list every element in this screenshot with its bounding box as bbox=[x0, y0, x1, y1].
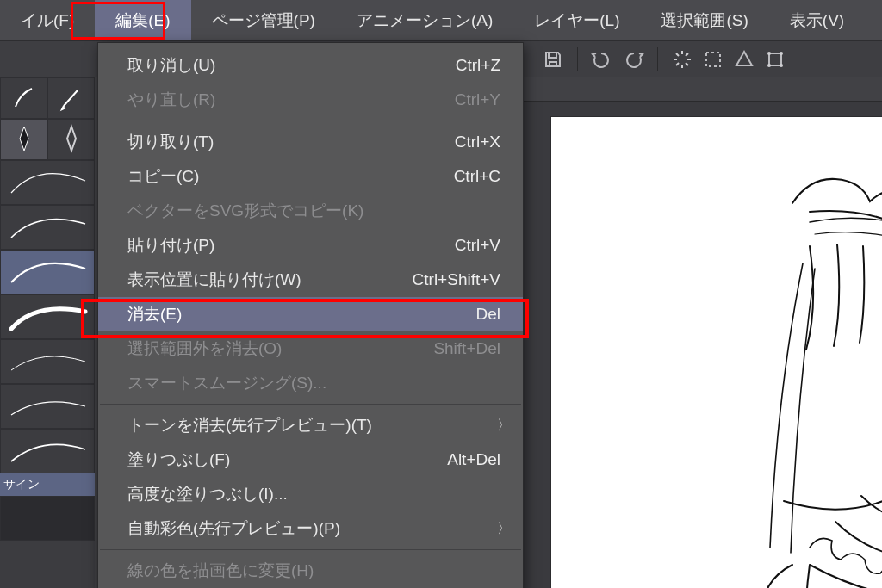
menu-paste-in-place[interactable]: 表示位置に貼り付け(W) Ctrl+Shift+V bbox=[98, 263, 523, 297]
svg-line-6 bbox=[686, 53, 688, 56]
menu-item-label: 貼り付け(P) bbox=[127, 234, 214, 257]
svg-point-13 bbox=[780, 64, 783, 67]
brush-preset-7[interactable] bbox=[0, 429, 95, 473]
brush-preset-1[interactable] bbox=[0, 160, 95, 205]
menu-item-shortcut: Ctrl+C bbox=[437, 167, 500, 186]
submenu-arrow-icon: 〉 bbox=[497, 417, 511, 435]
left-tool-panel: サイン bbox=[0, 77, 95, 588]
brush-preset-5[interactable] bbox=[0, 339, 95, 384]
menu-separator bbox=[100, 404, 521, 405]
save-icon[interactable] bbox=[541, 47, 565, 71]
pen-alt-tool[interactable] bbox=[47, 119, 95, 160]
menu-item-label: 切り取り(T) bbox=[127, 131, 214, 153]
svg-line-5 bbox=[686, 63, 688, 65]
pen-tool[interactable] bbox=[0, 119, 47, 160]
menu-item-shortcut: Del bbox=[458, 305, 500, 324]
menu-item-label: 線の色を描画色に変更(H) bbox=[127, 560, 314, 582]
menu-item-label: やり直し(R) bbox=[127, 89, 215, 111]
svg-point-10 bbox=[767, 52, 771, 55]
svg-point-11 bbox=[780, 52, 783, 55]
menu-item-label: スマートスムージング(S)... bbox=[127, 372, 326, 394]
transform-icon[interactable] bbox=[763, 47, 787, 71]
brush-preset-8[interactable] bbox=[0, 496, 95, 541]
submenu-arrow-icon: 〉 bbox=[497, 520, 511, 538]
menu-anim[interactable]: アニメーション(A) bbox=[336, 0, 513, 40]
svg-rect-9 bbox=[769, 53, 781, 65]
menu-erase-tone[interactable]: トーンを消去(先行プレビュー)(T) 〉 bbox=[98, 408, 523, 443]
menu-change-line-color[interactable]: 線の色を描画色に変更(H) bbox=[98, 554, 523, 588]
menu-paste[interactable]: 貼り付け(P) Ctrl+V bbox=[98, 228, 523, 263]
menu-item-label: 高度な塗りつぶし(I)... bbox=[127, 483, 288, 505]
menu-item-label: コピー(C) bbox=[127, 165, 199, 188]
menu-smart-smoothing[interactable]: スマートスムージング(S)... bbox=[98, 366, 523, 400]
menu-redo[interactable]: やり直し(R) Ctrl+Y bbox=[98, 83, 523, 117]
menu-separator bbox=[100, 121, 521, 121]
menu-undo[interactable]: 取り消し(U) Ctrl+Z bbox=[98, 48, 523, 83]
pencil-tool[interactable] bbox=[47, 77, 95, 119]
menu-item-shortcut: Ctrl+V bbox=[438, 236, 500, 255]
toolbar-separator bbox=[657, 47, 658, 71]
svg-line-4 bbox=[676, 53, 679, 56]
menu-item-label: 自動彩色(先行プレビュー)(P) bbox=[127, 517, 340, 540]
menu-advanced-fill[interactable]: 高度な塗りつぶし(I)... bbox=[98, 477, 523, 511]
menu-erase[interactable]: 消去(E) Del bbox=[98, 297, 523, 331]
menu-item-label: トーンを消去(先行プレビュー)(T) bbox=[127, 414, 372, 436]
menu-layer[interactable]: レイヤー(L) bbox=[513, 0, 640, 40]
menu-item-shortcut: Alt+Del bbox=[430, 450, 500, 469]
marquee-icon[interactable] bbox=[701, 47, 725, 71]
svg-rect-8 bbox=[706, 53, 720, 66]
menu-item-shortcut: Ctrl+Shift+V bbox=[395, 270, 500, 289]
menu-item-shortcut: Shift+Del bbox=[416, 339, 500, 358]
menu-copy[interactable]: コピー(C) Ctrl+C bbox=[98, 159, 523, 194]
menu-separator bbox=[100, 549, 521, 550]
svg-point-12 bbox=[767, 64, 771, 67]
svg-line-7 bbox=[676, 63, 679, 65]
menubar: イル(F) 編集(E) ページ管理(P) アニメーション(A) レイヤー(L) … bbox=[0, 0, 882, 41]
menu-select[interactable]: 選択範囲(S) bbox=[640, 0, 768, 40]
menu-item-label: 表示位置に貼り付け(W) bbox=[127, 269, 301, 291]
menu-fill[interactable]: 塗りつぶし(F) Alt+Del bbox=[98, 443, 523, 477]
menu-item-label: 塗りつぶし(F) bbox=[127, 449, 230, 471]
menu-file[interactable]: イル(F) bbox=[0, 0, 95, 40]
menu-copy-svg[interactable]: ベクターをSVG形式でコピー(K) bbox=[98, 194, 523, 228]
menu-filter[interactable]: フィ bbox=[865, 0, 882, 40]
brush-preset-label: サイン bbox=[0, 473, 95, 496]
menu-view[interactable]: 表示(V) bbox=[769, 0, 865, 40]
brush-preset-6[interactable] bbox=[0, 384, 95, 429]
menu-item-label: 消去(E) bbox=[127, 303, 182, 325]
undo-icon[interactable] bbox=[590, 47, 614, 71]
menu-item-label: ベクターをSVG形式でコピー(K) bbox=[127, 200, 363, 222]
menu-item-shortcut: Ctrl+Z bbox=[438, 56, 500, 75]
menu-item-shortcut: Ctrl+Y bbox=[438, 90, 500, 109]
crop-icon[interactable] bbox=[732, 47, 756, 71]
menu-item-label: 選択範囲外を消去(O) bbox=[127, 337, 282, 360]
menu-item-shortcut: Ctrl+X bbox=[438, 133, 500, 152]
toolbar-separator bbox=[577, 47, 578, 71]
halftone-pattern bbox=[551, 117, 882, 588]
loading-icon bbox=[670, 47, 694, 71]
brush-preset-3[interactable] bbox=[0, 250, 95, 294]
menu-page[interactable]: ページ管理(P) bbox=[191, 0, 336, 40]
menu-cut[interactable]: 切り取り(T) Ctrl+X bbox=[98, 125, 523, 159]
menu-edit[interactable]: 編集(E) bbox=[95, 0, 190, 40]
canvas-paper[interactable] bbox=[551, 117, 882, 588]
menu-auto-color[interactable]: 自動彩色(先行プレビュー)(P) 〉 bbox=[98, 511, 523, 546]
brush-preset-4[interactable] bbox=[0, 294, 95, 339]
edit-menu-dropdown: 取り消し(U) Ctrl+Z やり直し(R) Ctrl+Y 切り取り(T) Ct… bbox=[97, 42, 524, 588]
menu-item-label: 取り消し(U) bbox=[127, 54, 215, 77]
redo-icon[interactable] bbox=[621, 47, 645, 71]
brush-preset-2[interactable] bbox=[0, 205, 95, 250]
menu-erase-outside[interactable]: 選択範囲外を消去(O) Shift+Del bbox=[98, 331, 523, 366]
brush-tool[interactable] bbox=[0, 77, 47, 119]
